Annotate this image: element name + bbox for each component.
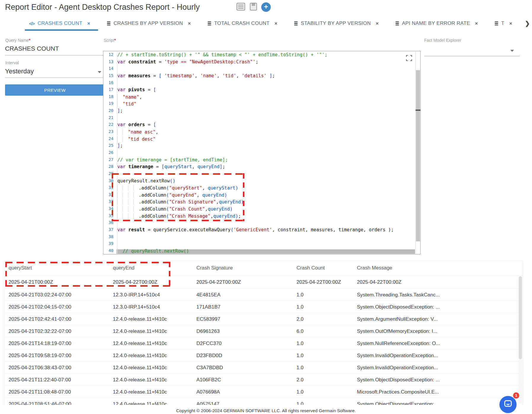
query-name-underline (5, 55, 105, 55)
table-row[interactable]: 2025-04-21T06:38:43-07:0012.4.0-release.… (5, 361, 523, 373)
indent-guide (123, 206, 128, 212)
table-cell: 12.4.0-release.11+f410c (113, 337, 196, 349)
fact-model-select[interactable] (424, 44, 520, 56)
script-editor[interactable]: 1213141516171819202122232425262728293031… (103, 51, 421, 254)
dataset-icon (107, 21, 110, 25)
table-row[interactable]: 2025-04-21T11:08:48-07:0012.4.0-release.… (5, 386, 523, 398)
table-row[interactable]: 2025-04-21T08:51:46-07:0012.4.0-release.… (5, 398, 523, 405)
indent-guide (128, 192, 133, 198)
table-cell: 1.0 (297, 398, 357, 405)
editor-vertical-scrollbar[interactable] (415, 51, 420, 254)
table-row[interactable]: 2025-04-21T03:02:24-07:0012.3.0-IRP.14+5… (5, 288, 523, 301)
table-row[interactable]: 2025-04-21T09:58:19-07:0012.4.0-release.… (5, 349, 523, 361)
chevron-down-icon[interactable] (510, 50, 514, 52)
code-line: queryResult.nextRow() (117, 178, 415, 185)
table-cell: System.InvalidOperationException... (357, 349, 523, 361)
table-cell: System.ArgumentNullException: V... (357, 313, 523, 325)
query-name-input[interactable]: CRASHES COUNT (5, 45, 59, 52)
tab-crashes-by-app-version[interactable]: CRASHES BY APP VERSION✕ (107, 20, 192, 26)
fullscreen-icon[interactable] (406, 55, 412, 62)
save-report-button[interactable] (249, 3, 258, 11)
table-row[interactable]: 2025-04-21T02:32:22-07:0012.4.0-release.… (5, 325, 523, 337)
code-line: var measures = [ 'timestamp', 'name', 't… (117, 73, 415, 80)
table-cell: 12.4.0-release.11+f410c (113, 398, 196, 405)
table-cell: 12.4.0-release.11+f410c (113, 374, 196, 386)
chat-launcher[interactable] (499, 396, 517, 413)
indent-guide (133, 206, 139, 212)
tab-label: TOTAL CRASH COUNT (214, 20, 270, 26)
table-scrollbar-thumb[interactable] (519, 276, 522, 359)
editor-scrollbar-thumb[interactable] (416, 70, 420, 241)
table-cell: A106FB2C (196, 374, 297, 386)
tab-label: CRASHES COUNT (38, 20, 82, 26)
code-line (117, 241, 415, 248)
report-list-button[interactable] (236, 3, 245, 11)
code-line: ]; (117, 143, 415, 150)
tab-label: T (501, 20, 504, 26)
notification-badge: 1 (513, 392, 519, 399)
tab-api-name-by-error-rate[interactable]: API NAME BY ERROR RATE✕ (395, 20, 479, 26)
code-line: var pivots = [ (117, 87, 415, 94)
line-number: 25 (103, 143, 113, 150)
line-number: 24 (103, 136, 113, 143)
table-cell: System.InvalidOperationException... (357, 362, 523, 373)
report-list-icon (236, 3, 245, 12)
table-cell: System.Threading.Tasks.TaskCanc... (357, 289, 523, 301)
editor-line-numbers: 1213141516171819202122232425262728293031… (103, 52, 113, 255)
tab-label: API NAME BY ERROR RATE (402, 20, 470, 26)
indent-guide (128, 199, 133, 205)
indent-guide (117, 101, 123, 107)
tab-t[interactable]: T✕ (495, 20, 513, 26)
tab-crashes-count[interactable]: </>CRASHES COUNT✕ (29, 20, 91, 26)
tab-scroll-right-icon[interactable]: ❯ (525, 20, 530, 27)
preview-button[interactable]: PREVIEW (5, 84, 105, 96)
line-number: 23 (103, 129, 113, 136)
results-table: queryStartqueryEndCrash SignatureCrash C… (4, 261, 523, 405)
close-icon[interactable]: ✕ (375, 21, 379, 26)
table-row[interactable]: 2025-04-21T11:22:40-07:0012.4.0-release.… (5, 373, 523, 386)
table-cell: 12.4.0-release.11+f410c (113, 386, 196, 398)
indent-guide (123, 213, 128, 219)
line-number: 21 (103, 115, 113, 122)
close-icon[interactable]: ✕ (509, 21, 513, 26)
code-line (117, 66, 415, 73)
close-icon[interactable]: ✕ (474, 21, 479, 26)
close-icon[interactable]: ✕ (86, 21, 91, 26)
table-row[interactable]: 2025-04-21T14:18:19-07:0012.4.0-release.… (5, 337, 523, 349)
table-cell: 12.3.0-IRP.14+510c4 (113, 289, 196, 301)
table-cell: 2025-04-21T06:38:43-07:00 (9, 362, 113, 373)
copyright-footer: Copyright © 2006-2024 GERMAIN SOFTWARE L… (0, 408, 532, 413)
tab-total-crash-count[interactable]: TOTAL CRASH COUNT✕ (208, 20, 278, 26)
table-cell: D2FCC370 (196, 337, 297, 349)
tab-bar-items: </>CRASHES COUNT✕CRASHES BY APP VERSION✕… (0, 20, 513, 26)
table-cell: 12.4.0-release.11+f410c (113, 362, 196, 373)
add-query-button[interactable]: + (261, 2, 271, 12)
table-cell: 2025-04-21T11:22:40-07:00 (9, 374, 113, 386)
table-cell: 12.4.0-release.11+f410c (113, 349, 196, 361)
dataset-icon (395, 21, 399, 25)
interval-select[interactable]: Yesterday (5, 68, 34, 75)
table-cell: 1.0 (297, 349, 357, 361)
code-line: .addColumn("Crash Signature",queryEnd) (117, 199, 415, 206)
close-icon[interactable]: ✕ (187, 21, 192, 26)
line-number: 28 (103, 164, 113, 171)
table-cell: 2025-04-21T11:08:48-07:00 (9, 386, 113, 398)
fact-model-explorer-label: Fact Model Explorer (424, 38, 461, 43)
query-name-label: Query Name* (5, 38, 31, 43)
table-cell: 2025-04-21T09:58:19-07:00 (9, 349, 113, 361)
code-line: var orders = [ (117, 122, 415, 129)
table-cell: 2025-04-21T03:02:24-07:00 (9, 289, 113, 301)
table-row[interactable]: 2025-04-21T02:04:15-07:0012.3.0-IRP.14+5… (5, 301, 523, 313)
chevron-down-icon[interactable] (98, 71, 101, 73)
table-cell: D6961263 (196, 325, 297, 337)
code-line: .addColumn("Crash Message",queryEnd); (117, 213, 415, 220)
line-number: 40 (103, 248, 113, 255)
table-cell: System.OutOfMemoryException: I... (357, 325, 523, 337)
column-header: Crash Signature (196, 261, 297, 275)
code-line: "tid desc" (117, 136, 415, 143)
editor-code-area[interactable]: // + startTime.toString() + '" && timest… (117, 52, 415, 255)
close-icon[interactable]: ✕ (274, 21, 278, 26)
tab-stability-by-app-version[interactable]: STABILITY BY APP VERSION✕ (294, 20, 379, 26)
plus-icon: + (264, 3, 268, 11)
table-row[interactable]: 2025-04-21T02:42:41-07:0012.4.0-release.… (5, 313, 523, 325)
